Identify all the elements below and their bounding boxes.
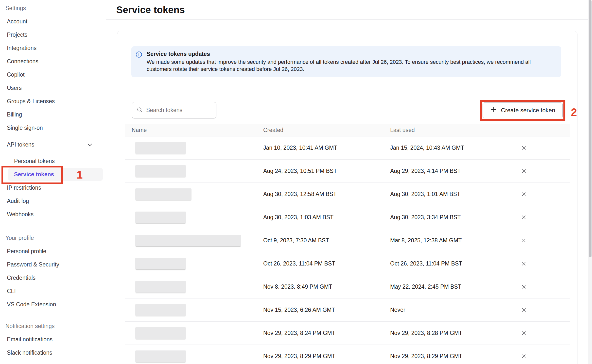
banner-text-line: customers rotate their service tokens cr…: [147, 66, 531, 73]
created-cell: Aug 24, 2023, 10:51 PM BST: [263, 168, 390, 174]
banner-title: Service tokens updates: [147, 50, 531, 57]
delete-token-button[interactable]: [521, 214, 527, 221]
created-cell: Nov 15, 2023, 6:26 AM GMT: [263, 307, 390, 313]
last-used-cell: Nov 29, 2023, 8:29 PM GMT: [390, 353, 518, 360]
sidebar-item-webhooks[interactable]: Webhooks: [0, 208, 106, 221]
created-cell: Oct 9, 2023, 7:30 AM BST: [263, 237, 390, 244]
delete-token-button[interactable]: [521, 145, 527, 151]
service-tokens-card: Service tokens updates We made some upda…: [117, 31, 577, 364]
column-header-name: Name: [125, 127, 263, 133]
close-icon: [521, 330, 527, 336]
sidebar-item-ip-restrictions[interactable]: IP restrictions: [0, 181, 106, 194]
sidebar-item-groups-licenses[interactable]: Groups & Licenses: [0, 95, 106, 108]
sidebar-item-integrations[interactable]: Integrations: [0, 41, 106, 55]
delete-token-button[interactable]: [521, 330, 527, 336]
sidebar-item-api-tokens[interactable]: API tokens: [0, 138, 106, 151]
sidebar-item-users[interactable]: Users: [0, 81, 106, 95]
token-name-skeleton: [135, 165, 186, 177]
sidebar-item-slack-notifications[interactable]: Slack notifications: [0, 346, 106, 359]
sidebar-section-your-profile: Your profile: [0, 231, 106, 245]
delete-token-button[interactable]: [521, 260, 527, 267]
sidebar-item-connections[interactable]: Connections: [0, 55, 106, 68]
last-used-cell: Never: [390, 307, 518, 313]
scrollbar[interactable]: [588, 0, 592, 364]
delete-token-button[interactable]: [521, 237, 527, 244]
sidebar-item-credentials[interactable]: Credentials: [0, 271, 106, 284]
column-header-created: Created: [263, 127, 390, 133]
close-icon: [521, 260, 527, 267]
token-row: Oct 9, 2023, 7:30 AM BST Mar 8, 2025, 12…: [125, 229, 570, 252]
create-service-token-button[interactable]: Create service token: [483, 102, 563, 118]
sidebar-item-vs-code-extension[interactable]: VS Code Extension: [0, 298, 106, 311]
created-cell: Nov 29, 2023, 8:24 PM GMT: [263, 330, 390, 336]
create-button-label: Create service token: [501, 107, 555, 114]
sidebar-item-cli[interactable]: CLI: [0, 284, 106, 298]
sidebar-item-email-notifications[interactable]: Email notifications: [0, 333, 106, 346]
info-icon: [136, 51, 142, 58]
token-name-skeleton: [135, 212, 186, 223]
close-icon: [521, 353, 527, 360]
token-row: Aug 30, 2023, 1:03 AM BST Aug 30, 2023, …: [125, 206, 570, 229]
annotation-box-2: Create service token 2: [480, 100, 565, 121]
token-name-skeleton: [135, 188, 192, 200]
sidebar-item-single-sign-on[interactable]: Single sign-on: [0, 121, 106, 134]
token-row: Aug 30, 2023, 12:58 AM BST Aug 30, 2023,…: [125, 183, 570, 206]
token-row: Nov 29, 2023, 8:24 PM GMT Nov 29, 2023, …: [125, 322, 570, 345]
last-used-cell: Aug 30, 2023, 1:01 AM BST: [390, 191, 518, 198]
search-box: [132, 102, 216, 118]
last-used-cell: Oct 26, 2023, 11:04 PM BST: [390, 260, 518, 267]
table-controls: Create service token 2: [132, 100, 565, 121]
search-input[interactable]: [146, 107, 208, 114]
page-header: Service tokens: [106, 0, 588, 20]
delete-token-button[interactable]: [521, 283, 527, 290]
sidebar-item-personal-profile[interactable]: Personal profile: [0, 245, 106, 258]
table-header-row: Name Created Last used: [125, 124, 570, 136]
last-used-cell: Nov 29, 2023, 8:28 PM GMT: [390, 330, 518, 336]
last-used-cell: Mar 8, 2025, 12:38 AM GMT: [390, 237, 518, 244]
last-used-cell: Jan 15, 2024, 10:43 AM GMT: [390, 145, 518, 151]
sidebar-section-notification-settings: Notification settings: [0, 319, 106, 333]
sidebar-item-projects[interactable]: Projects: [0, 28, 106, 41]
token-row: Nov 8, 2023, 8:49 PM GMT May 22, 2024, 2…: [125, 275, 570, 298]
token-name-skeleton: [135, 258, 186, 269]
close-icon: [521, 168, 527, 174]
search-icon: [137, 107, 143, 114]
token-name-skeleton: [135, 304, 186, 316]
delete-token-button[interactable]: [521, 191, 527, 198]
last-used-cell: Aug 30, 2023, 3:34 PM BST: [390, 214, 518, 221]
last-used-cell: May 22, 2024, 2:45 PM BST: [390, 283, 518, 290]
plus-icon: [490, 106, 497, 115]
token-name-skeleton: [135, 142, 186, 154]
close-icon: [521, 237, 527, 244]
column-header-last-used: Last used: [390, 127, 518, 133]
chevron-down-icon: [87, 142, 93, 149]
scrollbar-thumb[interactable]: [589, 0, 592, 257]
sidebar-item-audit-log[interactable]: Audit log: [0, 194, 106, 208]
main-content: Service tokens Service tokens updates We…: [106, 0, 588, 364]
sidebar-item-copilot[interactable]: Copilot: [0, 68, 106, 81]
annotation-label-1: 1: [77, 169, 83, 181]
close-icon: [521, 191, 527, 198]
close-icon: [521, 145, 527, 151]
token-row: Oct 26, 2023, 11:04 PM BST Oct 26, 2023,…: [125, 252, 570, 275]
token-row: Jan 10, 2023, 10:41 AM GMT Jan 15, 2024,…: [125, 136, 570, 160]
delete-token-button[interactable]: [521, 307, 527, 313]
sidebar-item-password-security[interactable]: Password & Security: [0, 258, 106, 271]
token-name-skeleton: [135, 281, 186, 293]
settings-sidebar: Settings Account Projects Integrations C…: [0, 0, 106, 364]
last-used-cell: Aug 29, 2023, 4:14 PM BST: [390, 168, 518, 174]
sidebar-item-label: Service tokens: [14, 171, 54, 178]
created-cell: Nov 29, 2023, 8:29 PM GMT: [263, 353, 390, 360]
sidebar-item-account[interactable]: Account: [0, 15, 106, 28]
close-icon: [521, 307, 527, 313]
token-row: Nov 29, 2023, 8:29 PM GMT Nov 29, 2023, …: [125, 345, 570, 364]
sidebar-item-billing[interactable]: Billing: [0, 108, 106, 121]
info-banner: Service tokens updates We made some upda…: [131, 46, 561, 77]
created-cell: Aug 30, 2023, 1:03 AM BST: [263, 214, 390, 221]
delete-token-button[interactable]: [521, 168, 527, 174]
sidebar-item-personal-tokens[interactable]: Personal tokens: [0, 154, 106, 168]
token-name-skeleton: [135, 350, 186, 362]
created-cell: Oct 26, 2023, 11:04 PM BST: [263, 260, 390, 267]
sidebar-item-service-tokens[interactable]: Service tokens 1: [8, 168, 103, 181]
delete-token-button[interactable]: [521, 353, 527, 360]
